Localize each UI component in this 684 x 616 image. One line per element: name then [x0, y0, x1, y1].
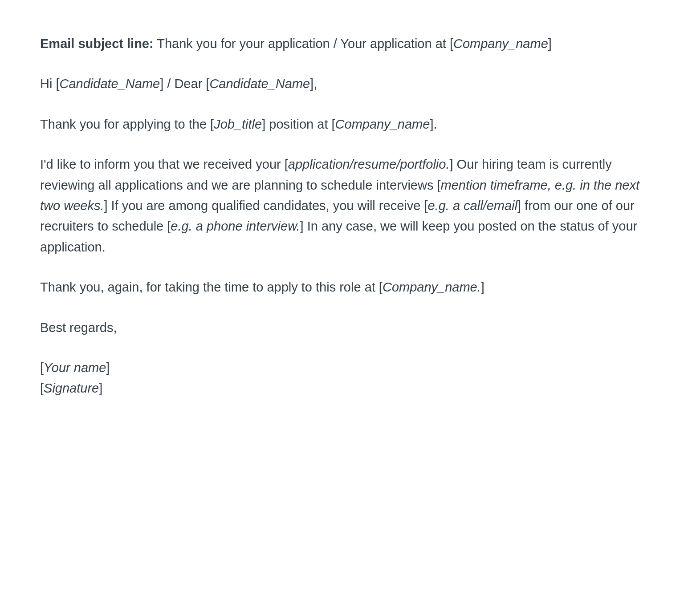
sig-bracket-open-1: [ — [40, 361, 44, 375]
greeting-text-2: ] / Dear [ — [160, 77, 209, 91]
para1-text: Thank you for applying to the [ — [40, 117, 214, 131]
sig-bracket-close-1: ] — [106, 361, 110, 375]
your-name-placeholder: Your name — [44, 361, 106, 375]
signature-block: [Your name] [Signature] — [40, 357, 644, 399]
job-title-placeholder: Job_title — [214, 117, 262, 131]
thank-you-again-paragraph: Thank you, again, for taking the time to… — [40, 277, 644, 297]
subject-line: Email subject line: Thank you for your a… — [40, 33, 644, 54]
para1-text-2: ] position at [ — [262, 117, 335, 131]
candidate-name-placeholder: Candidate_Name — [60, 77, 160, 91]
subject-label: Email subject line: — [40, 36, 154, 51]
contact-method-placeholder: e.g. a call/email — [428, 199, 517, 213]
signature-placeholder: Signature — [44, 381, 99, 395]
company-name-placeholder-3: Company_name. — [383, 280, 481, 294]
para3-text: Thank you, again, for taking the time to… — [40, 280, 383, 294]
info-paragraph: I'd like to inform you that we received … — [40, 154, 644, 257]
application-placeholder: application/resume/portfolio. — [288, 157, 450, 171]
candidate-name-placeholder-2: Candidate_Name — [209, 77, 310, 91]
sig-bracket-open-2: [ — [40, 381, 44, 395]
para2-text: I'd like to inform you that we received … — [40, 157, 288, 171]
company-name-placeholder-2: Company_name — [335, 117, 430, 131]
sig-bracket-close-2: ] — [99, 381, 102, 395]
para3-text-end: ] — [481, 280, 484, 294]
thank-you-paragraph: Thank you for applying to the [Job_title… — [40, 114, 644, 134]
greeting: Hi [Candidate_Name] / Dear [Candidate_Na… — [40, 73, 644, 94]
greeting-text-end: ], — [310, 77, 317, 91]
closing-text: Best regards, — [40, 320, 117, 335]
subject-text-end: ] — [548, 36, 552, 51]
subject-text: Thank you for your application / Your ap… — [154, 36, 453, 51]
para2-text-3: ] If you are among qualified candidates,… — [104, 199, 428, 213]
interview-type-placeholder: e.g. a phone interview. — [171, 219, 300, 233]
company-name-placeholder: Company_name — [453, 36, 548, 51]
greeting-text: Hi [ — [40, 77, 60, 91]
para1-text-end: ]. — [430, 117, 437, 131]
closing: Best regards, — [40, 317, 644, 338]
